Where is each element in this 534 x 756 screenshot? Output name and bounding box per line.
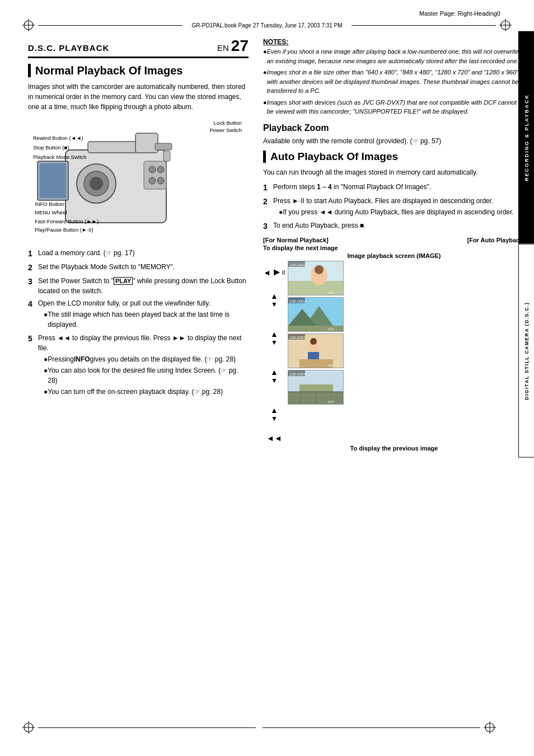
screen-label: Image playback screen (IMAGE) <box>263 252 525 259</box>
top-arrows: ◄ ► II <box>263 266 285 278</box>
svg-rect-20 <box>155 143 172 150</box>
step-5-bullet-3: You can turn off the on-screen playback … <box>44 387 249 397</box>
note-3: Images shot with devices (such as JVC GR… <box>263 98 525 116</box>
chapter-title: D.S.C. PLAYBACK <box>28 43 109 53</box>
pause-icon: II <box>282 269 285 276</box>
down-arrow-4: ▼ <box>271 415 278 422</box>
reg-mark-bottom-right <box>484 721 496 734</box>
auto-playback-intro: You can run through all the images store… <box>263 167 525 177</box>
step-4: 4 Open the LCD monitor fully, or pull ou… <box>28 298 249 331</box>
svg-point-13 <box>149 166 156 173</box>
auto-step-1: 1 Perform steps 1 – 4 in "Normal Playbac… <box>263 182 525 194</box>
step-4-bullet: The still image which has been played ba… <box>44 309 249 330</box>
notes-title: NOTES: <box>263 37 525 47</box>
camera-diagram: Lock Button Power Switch Rewind Button (… <box>32 116 245 245</box>
rewind-arrow-icon: ◄ <box>263 268 271 277</box>
thumb-2: 100-0002 2/10 <box>288 297 344 332</box>
auto-step-2-bullet: If you press ◄◄ during Auto Playback, fi… <box>279 207 525 217</box>
svg-text:100-0003: 100-0003 <box>289 336 306 340</box>
step-1: 1 Load a memory card. (☞ pg. 17) <box>28 248 249 260</box>
svg-point-9 <box>90 177 103 190</box>
screen3-arrows: ▲ ▼ <box>270 358 278 394</box>
note-1: Even if you shoot a new image after play… <box>263 47 525 65</box>
playback-screen-area: [For Normal Playback] [For Auto Playback… <box>263 237 525 452</box>
svg-rect-12 <box>144 161 166 189</box>
right-column: NOTES: Even if you shoot a new image aft… <box>257 31 534 457</box>
top-rule-area: GR-PD1PAL.book Page 27 Tuesday, June 17,… <box>0 19 534 31</box>
label-power-switch: Power Switch <box>209 126 242 134</box>
label-info: INFO Button <box>35 200 99 208</box>
auto-playback-heading: Auto Playback Of Images <box>263 151 525 163</box>
step-5: 5 Press ◄◄ to display the previous file.… <box>28 333 249 398</box>
playback-zoom-heading: Playback Zoom <box>263 123 525 133</box>
intro-text: Images shot with the camcorder are autom… <box>28 82 249 112</box>
screen2-arrows: ▲ ▼ <box>270 320 278 356</box>
chapter-header: D.S.C. PLAYBACK EN27 <box>28 37 249 58</box>
svg-text:100-0002: 100-0002 <box>289 299 306 303</box>
playback-zoom-section: Playback Zoom Available only with the re… <box>263 123 525 146</box>
playback-labels-row: [For Normal Playback] [For Auto Playback… <box>263 237 525 243</box>
up-arrow-4: ▲ <box>270 406 278 415</box>
svg-text:100-0004: 100-0004 <box>289 372 306 376</box>
auto-step-2: 2 Press ►·II to start Auto Playback. Fil… <box>263 196 525 218</box>
play-arrow-icon: ► <box>272 266 282 278</box>
notes-list: Even if you shoot a new image after play… <box>263 47 525 116</box>
label-menu: MENU Wheel <box>35 208 99 217</box>
top-rule-line-left <box>38 25 182 26</box>
svg-text:2/10: 2/10 <box>327 327 334 331</box>
note-2: Images shot in a file size other than "6… <box>263 68 525 96</box>
svg-point-15 <box>149 177 156 184</box>
playback-zoom-text: Available only with the remote control (… <box>263 136 525 146</box>
note-3-text: Images shot with devices (such as JVC GR… <box>267 98 525 116</box>
screen-row-3: 100-0003 3/10 <box>288 334 525 368</box>
up-arrow-1: ▲ <box>270 292 278 300</box>
master-page-label: Master Page: Right-Heading0 <box>419 10 500 17</box>
thumb-1: 100-0001 1/10 <box>288 261 344 295</box>
auto-step-3: 3 To end Auto Playback, press ■. <box>263 220 525 232</box>
reg-mark-top-right <box>499 19 512 31</box>
side-tab-container: RECORDING & PLAYBACK DIGITAL STILL CAMER… <box>518 31 534 457</box>
screen-row-1: 100-0001 1/10 <box>288 261 525 295</box>
notes-section: NOTES: Even if you shoot a new image aft… <box>263 37 525 116</box>
chapter-num-wrapper: EN27 <box>217 37 249 55</box>
svg-rect-44 <box>288 392 344 405</box>
svg-text:100-0001: 100-0001 <box>289 263 306 267</box>
svg-rect-19 <box>163 151 170 161</box>
svg-rect-18 <box>40 163 66 198</box>
bottom-rewind-icon: ◄◄ <box>266 434 282 443</box>
step-5-bullet-2: You can also look for the desired file u… <box>44 365 249 386</box>
label-lock-button: Lock Button <box>209 119 242 126</box>
svg-text:3/10: 3/10 <box>327 364 334 367</box>
thumb-4: 100-0004 4/10 <box>288 370 344 405</box>
step-2: 2 Set the Playback Mode Switch to "MEMOR… <box>28 262 249 274</box>
bottom-rule-line-right <box>263 727 480 728</box>
main-content: D.S.C. PLAYBACK EN27 Normal Playback Of … <box>0 31 534 457</box>
step-5-bullet-1: Pressing INFO gives you details on the d… <box>44 354 249 364</box>
reg-mark-bottom-left <box>22 721 35 734</box>
svg-point-14 <box>157 166 164 173</box>
dsc-tab: DIGITAL STILL CAMERA (D.S.C.) <box>518 244 534 458</box>
screen1-arrows: ▲ ▼ <box>270 281 278 318</box>
page-wrapper: Master Page: Right-Heading0 GR-PD1PAL.bo… <box>0 0 534 756</box>
down-arrow-3: ▼ <box>271 377 278 384</box>
bottom-area <box>0 721 518 734</box>
down-arrow-2: ▼ <box>271 339 278 346</box>
screen-row-4: 100-0004 4/10 <box>288 370 525 405</box>
step-3: 3 Set the Power Switch to "PLAY" while p… <box>28 276 249 296</box>
screen-images: 100-0001 1/10 <box>288 261 525 406</box>
file-info: GR-PD1PAL.book Page 27 Tuesday, June 17,… <box>186 22 348 29</box>
svg-rect-11 <box>135 133 158 153</box>
thumb-3: 100-0003 3/10 <box>288 334 344 368</box>
left-column: D.S.C. PLAYBACK EN27 Normal Playback Of … <box>0 31 257 457</box>
auto-steps-list: 1 Perform steps 1 – 4 in "Normal Playbac… <box>263 182 525 232</box>
svg-rect-10 <box>88 142 138 153</box>
recording-tab: RECORDING & PLAYBACK <box>518 31 534 244</box>
svg-text:4/10: 4/10 <box>327 400 334 403</box>
svg-rect-45 <box>299 384 333 392</box>
diagram-labels-left: Rewind Button (◄◄) Stop Button (■) Playb… <box>33 133 87 162</box>
normal-label: [For Normal Playback] <box>263 237 329 243</box>
chapter-num: 27 <box>231 37 249 54</box>
down-arrow-1: ▼ <box>271 300 278 308</box>
auto-label: [For Auto Playback] <box>467 237 526 243</box>
screens-container: ◄ ► II ▲ ▼ ▲ ▼ <box>263 261 525 443</box>
